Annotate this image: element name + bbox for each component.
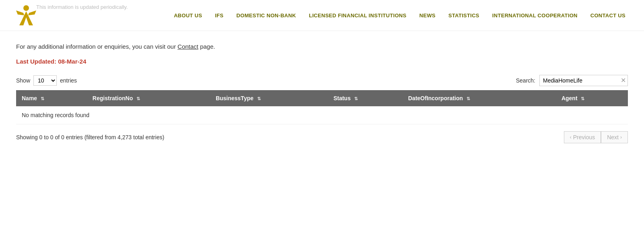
sort-icon-date-inc: ⇅ [466,96,470,101]
main-content: For any additional information or enquir… [0,31,644,155]
header: This information is updated periodically… [0,0,644,31]
pagination-buttons: ‹ Previous Next › [564,131,628,143]
nav-news[interactable]: NEWS [413,9,442,22]
nav-intl-coop[interactable]: INTERNATIONAL COOPERATION [486,9,584,22]
data-table: Name ⇅ RegistrationNo ⇅ BusinessType ⇅ S… [16,90,628,124]
search-area: Search: ✕ [516,75,628,86]
show-label: Show [16,77,30,84]
info-text-part1: For any additional information or enquir… [16,43,178,50]
last-updated: Last Updated: 08-Mar-24 [16,58,628,65]
search-input-wrapper: ✕ [539,75,628,86]
previous-chevron: ‹ [570,134,572,140]
search-input[interactable] [539,75,628,86]
no-records-row: No matching records found [16,106,628,124]
col-reg-no[interactable]: RegistrationNo ⇅ [87,90,210,106]
show-entries-control: Show 10 25 50 100 entries [16,75,77,86]
table-body: No matching records found [16,106,628,124]
previous-label: Previous [573,134,595,140]
sort-icon-name: ⇅ [41,96,44,101]
next-button[interactable]: Next › [601,131,628,143]
search-label: Search: [516,77,535,84]
last-updated-value: 08-Mar-24 [56,58,86,65]
table-header: Name ⇅ RegistrationNo ⇅ BusinessType ⇅ S… [16,90,628,106]
contact-link[interactable]: Contact [178,43,198,50]
nav-ifs[interactable]: IFS [208,9,230,22]
col-biz-type[interactable]: BusinessType ⇅ [210,90,328,106]
main-nav: ABOUT US IFS DOMESTIC NON-BANK LICENSED … [48,9,632,22]
last-updated-label: Last Updated: [16,58,56,65]
showing-text: Showing 0 to 0 of 0 entries (filtered fr… [16,134,164,140]
pagination-row: Showing 0 to 0 of 0 entries (filtered fr… [16,129,628,143]
entries-select[interactable]: 10 25 50 100 [33,75,57,86]
next-chevron: › [620,134,622,140]
svg-marker-2 [16,10,24,15]
nav-about-us[interactable]: ABOUT US [167,9,208,22]
sort-icon-biz-type: ⇅ [257,96,261,101]
clear-search-button[interactable]: ✕ [621,77,626,84]
col-date-inc[interactable]: DateOfIncorporation ⇅ [402,90,556,106]
svg-marker-3 [28,10,36,15]
col-status[interactable]: Status ⇅ [328,90,402,106]
previous-button[interactable]: ‹ Previous [564,131,601,143]
col-agent[interactable]: Agent ⇅ [556,90,628,106]
sort-icon-reg-no: ⇅ [136,96,140,101]
svg-point-0 [23,5,29,11]
no-records-cell: No matching records found [16,106,628,124]
nav-licensed-fi[interactable]: LICENSED FINANCIAL INSTITUTIONS [302,9,413,22]
sort-icon-status: ⇅ [354,96,358,101]
entries-label: entries [60,77,77,84]
info-text-part2: page. [198,43,215,50]
nav-domestic-non-bank[interactable]: DOMESTIC NON-BANK [230,9,302,22]
table-header-row: Name ⇅ RegistrationNo ⇅ BusinessType ⇅ S… [16,90,628,106]
nav-contact-us[interactable]: CONTACT US [584,9,632,22]
info-paragraph: For any additional information or enquir… [16,43,628,50]
next-label: Next [607,134,619,140]
sort-icon-agent: ⇅ [581,96,584,101]
col-name[interactable]: Name ⇅ [16,90,87,106]
nav-statistics[interactable]: STATISTICS [442,9,486,22]
logo[interactable] [12,3,40,27]
controls-row: Show 10 25 50 100 entries Search: ✕ [16,75,628,86]
